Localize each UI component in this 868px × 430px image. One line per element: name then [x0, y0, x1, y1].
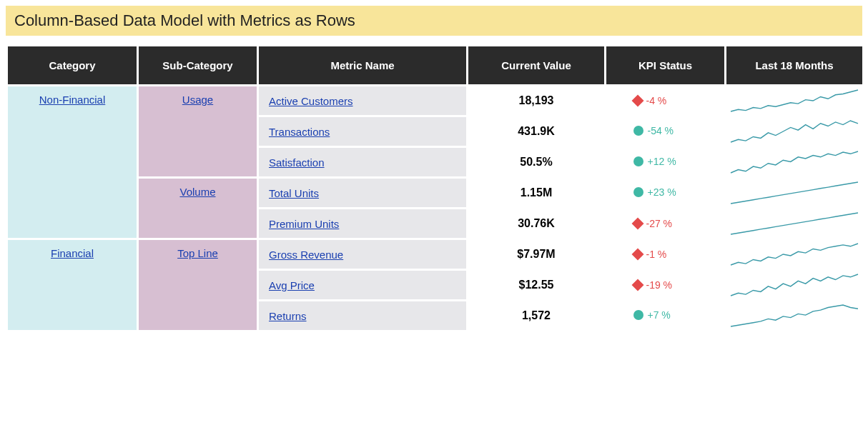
kpi-text: +12 %	[648, 156, 676, 167]
kpi-satisfaction: +12 %	[606, 148, 724, 176]
link-returns[interactable]: Returns	[269, 310, 307, 322]
link-satisfaction[interactable]: Satisfaction	[269, 156, 325, 169]
value-transactions: 431.9K	[468, 117, 604, 146]
sparkline-icon	[729, 89, 859, 113]
kpi-text: +7 %	[648, 309, 671, 321]
value-returns: 1,572	[468, 301, 604, 330]
kpi-text: -19 %	[646, 279, 673, 291]
metric-name-cell: Transactions	[259, 117, 466, 146]
category-non-financial: Non-Financial	[8, 86, 137, 238]
kpi-gross-revenue: -1 %	[606, 240, 724, 269]
kpi-text: +23 %	[648, 186, 676, 198]
subcat-usage: Usage	[139, 86, 257, 176]
category-financial: Financial	[8, 240, 137, 330]
subcat-volume: Volume	[139, 179, 257, 238]
link-premium-units[interactable]: Premium Units	[269, 218, 339, 230]
spark-active-customers	[726, 86, 862, 115]
table-row: Financial Top Line Gross Revenue $7.97M …	[8, 240, 862, 269]
kpi-text: -54 %	[648, 125, 674, 136]
kpi-avg-price: -19 %	[606, 271, 724, 299]
metric-name-cell: Returns	[259, 301, 466, 330]
sparkline-icon	[729, 242, 859, 266]
link-avg-price[interactable]: Avg Price	[269, 279, 315, 291]
link-financial[interactable]: Financial	[51, 247, 94, 259]
value-active-customers: 18,193	[468, 86, 604, 115]
kpi-text: -4 %	[646, 95, 667, 106]
spark-satisfaction	[726, 148, 862, 176]
metric-name-cell: Satisfaction	[259, 148, 466, 176]
header-row: Category Sub-Category Metric Name Curren…	[8, 46, 862, 84]
value-avg-price: $12.55	[468, 271, 604, 299]
sparkline-icon	[729, 273, 859, 297]
kpi-total-units: +23 %	[606, 179, 724, 207]
kpi-transactions: -54 %	[606, 117, 724, 146]
kpi-good-icon	[633, 126, 643, 136]
link-transactions[interactable]: Transactions	[269, 126, 330, 138]
link-volume[interactable]: Volume	[179, 186, 215, 198]
kpi-bad-icon	[631, 217, 643, 229]
link-gross-revenue[interactable]: Gross Revenue	[269, 249, 343, 261]
subcat-top-line: Top Line	[139, 240, 257, 330]
hdr-category: Category	[8, 46, 137, 84]
kpi-active-customers: -4 %	[606, 86, 724, 115]
metrics-table: Category Sub-Category Metric Name Curren…	[6, 44, 864, 332]
sparkline-icon	[729, 119, 859, 144]
kpi-good-icon	[633, 310, 643, 320]
link-active-customers[interactable]: Active Customers	[269, 95, 353, 107]
spark-gross-revenue	[726, 240, 862, 269]
value-premium-units: 30.76K	[468, 209, 604, 238]
spark-premium-units	[726, 209, 862, 238]
spark-returns	[726, 301, 862, 330]
kpi-text: -1 %	[646, 249, 667, 260]
value-gross-revenue: $7.97M	[468, 240, 604, 269]
metric-name-cell: Gross Revenue	[259, 240, 466, 269]
hdr-metric: Metric Name	[259, 46, 466, 84]
kpi-bad-icon	[631, 279, 643, 291]
sparkline-icon	[729, 211, 859, 236]
metric-name-cell: Avg Price	[259, 271, 466, 299]
kpi-returns: +7 %	[606, 301, 724, 330]
spark-total-units	[726, 179, 862, 207]
sparkline-icon	[729, 304, 859, 328]
kpi-text: -27 %	[646, 218, 673, 229]
kpi-good-icon	[633, 156, 643, 166]
spark-transactions	[726, 117, 862, 146]
kpi-good-icon	[633, 187, 643, 197]
value-total-units: 1.15M	[468, 179, 604, 207]
spark-avg-price	[726, 271, 862, 299]
hdr-current: Current Value	[468, 46, 604, 84]
link-top-line[interactable]: Top Line	[177, 247, 218, 259]
sparkline-icon	[729, 150, 859, 174]
kpi-bad-icon	[631, 94, 643, 106]
link-usage[interactable]: Usage	[182, 94, 213, 106]
table-row: Non-Financial Usage Active Customers 18,…	[8, 86, 862, 115]
metric-name-cell: Total Units	[259, 179, 466, 207]
hdr-spark: Last 18 Months	[726, 46, 862, 84]
sparkline-icon	[729, 181, 859, 205]
link-non-financial[interactable]: Non-Financial	[39, 94, 106, 106]
value-satisfaction: 50.5%	[468, 148, 604, 176]
metric-name-cell: Active Customers	[259, 86, 466, 115]
metric-name-cell: Premium Units	[259, 209, 466, 238]
link-total-units[interactable]: Total Units	[269, 187, 319, 199]
page-title: Column-Based Data Model with Metrics as …	[6, 6, 862, 36]
hdr-kpi: KPI Status	[606, 46, 724, 84]
hdr-sub: Sub-Category	[139, 46, 257, 84]
kpi-bad-icon	[631, 248, 643, 260]
kpi-premium-units: -27 %	[606, 209, 724, 238]
